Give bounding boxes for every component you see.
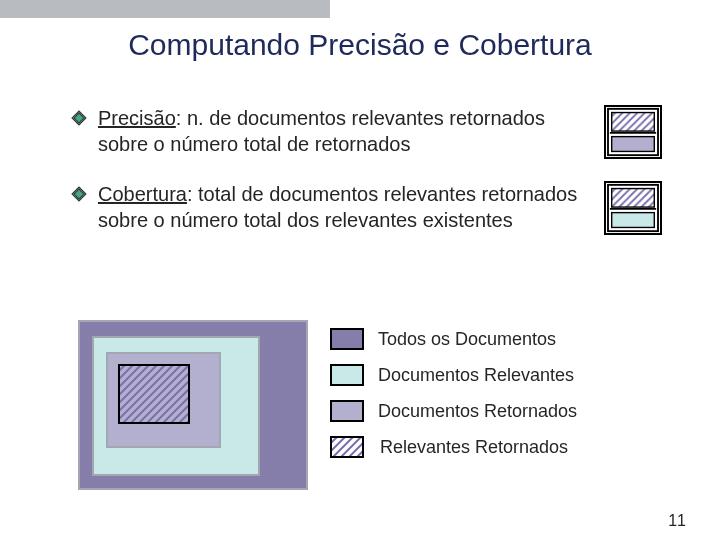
bullet-recall: Cobertura: total de documentos relevante… [70, 181, 662, 235]
legend-label-relret: Relevantes Retornados [380, 437, 568, 458]
legend-row-relret: Relevantes Retornados [330, 436, 577, 458]
diamond-bullet-icon [70, 109, 88, 127]
recall-text: Cobertura: total de documentos relevante… [98, 181, 586, 233]
legend-label-all: Todos os Documentos [378, 329, 556, 350]
legend-row-relevant: Documentos Relevantes [330, 364, 577, 386]
swatch-relret-icon [330, 436, 364, 458]
slide-title: Computando Precisão e Cobertura [0, 28, 720, 62]
venn-rect-diagram [78, 320, 308, 490]
recall-ratio-icon [604, 181, 662, 235]
legend: Todos os Documentos Documentos Relevante… [330, 328, 577, 458]
legend-row-all: Todos os Documentos [330, 328, 577, 350]
precision-text: Precisão: n. de documentos relevantes re… [98, 105, 586, 157]
svg-rect-7 [612, 137, 655, 152]
bullet-precision: Precisão: n. de documentos relevantes re… [70, 105, 662, 159]
top-accent-bar [0, 0, 330, 18]
svg-rect-14 [119, 365, 189, 423]
swatch-returned-icon [330, 400, 364, 422]
legend-label-returned: Documentos Retornados [378, 401, 577, 422]
swatch-relevant-icon [330, 364, 364, 386]
svg-rect-13 [612, 213, 655, 228]
legend-label-relevant: Documentos Relevantes [378, 365, 574, 386]
precision-ratio-icon [604, 105, 662, 159]
svg-rect-11 [612, 189, 655, 208]
precision-term: Precisão [98, 107, 176, 129]
svg-rect-5 [612, 113, 655, 132]
page-number: 11 [668, 512, 686, 530]
svg-rect-15 [331, 437, 363, 457]
recall-term: Cobertura [98, 183, 187, 205]
swatch-all-icon [330, 328, 364, 350]
diamond-bullet-icon [70, 185, 88, 203]
slide-body: Precisão: n. de documentos relevantes re… [70, 105, 662, 257]
legend-row-returned: Documentos Retornados [330, 400, 577, 422]
rect-relevant-returned [118, 364, 190, 424]
